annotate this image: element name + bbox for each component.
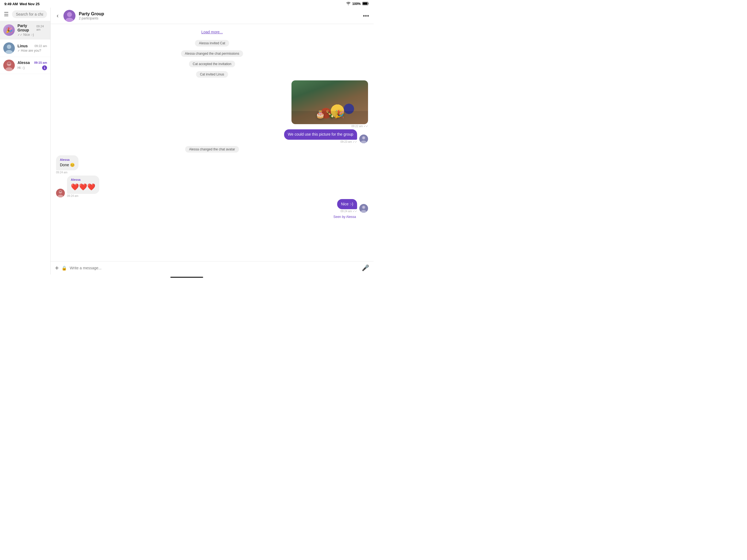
- chat-header: ‹ Party Group 2 participants •••: [51, 8, 374, 24]
- chat-info-linus: Linus 09:22 am ✓ How are you?: [18, 44, 47, 52]
- nice-bubble[interactable]: Nice :-): [337, 199, 357, 209]
- nice-time: 09:24 am ✓✓: [337, 210, 357, 213]
- chat-item-linus[interactable]: Linus 09:22 am ✓ How are you?: [0, 40, 50, 57]
- home-indicator: [0, 275, 374, 280]
- app-container: ☰ 🎉 Party Group 09:24 am ✓✓ Nice :-: [0, 8, 374, 275]
- status-bar: 9:49 AM Wed Nov 25 100%: [0, 0, 374, 8]
- chat-item-alessa[interactable]: Alessa 09:15 am Hi :-) 1: [0, 57, 50, 74]
- chat-name-party: Party Group: [18, 24, 36, 32]
- wifi-icon: [346, 2, 351, 6]
- chat-item-party-group[interactable]: 🎉 Party Group 09:24 am ✓✓ Nice :-): [0, 21, 50, 40]
- system-msg-3: Cat accepted the invitation: [56, 59, 368, 68]
- avatar-linus: [3, 42, 15, 54]
- home-bar: [170, 277, 203, 278]
- system-msg-4: Cat invited Linus: [56, 70, 368, 79]
- avatar-alessa-msg: [56, 189, 65, 198]
- sidebar: ☰ 🎉 Party Group 09:24 am ✓✓ Nice :-: [0, 8, 51, 275]
- text-bubble-1[interactable]: We could use this picture for the group: [284, 129, 357, 140]
- image-checkmarks: ✓✓: [364, 125, 368, 128]
- lock-icon: 🔒: [61, 265, 67, 271]
- svg-point-21: [363, 206, 364, 208]
- svg-point-3: [7, 45, 11, 49]
- header-info: Party Group 2 participants: [79, 11, 360, 20]
- message-input[interactable]: [70, 266, 359, 270]
- chat-preview-linus: ✓ How are you?: [18, 49, 41, 52]
- more-options-button[interactable]: •••: [363, 12, 369, 19]
- battery-percentage: 100%: [352, 2, 361, 6]
- checkmark-linus-icon: ✓: [18, 49, 20, 52]
- battery-icon: [362, 2, 369, 6]
- hearts-time: 09:24 am: [67, 195, 99, 198]
- search-wrapper[interactable]: [12, 10, 47, 18]
- chat-time-party: 09:24 am: [36, 25, 47, 31]
- time-display: 9:49 AM: [4, 2, 18, 6]
- text-time-1: 09:23 am ✓✓: [284, 140, 357, 143]
- image-time: 09:22 am ✓✓: [291, 125, 368, 128]
- system-bubble-2: Alessa changed the chat permissions: [181, 50, 243, 57]
- hearts-bubble-wrapper: Alessa ❤️❤️❤️ 09:24 am: [67, 176, 99, 198]
- messages-area[interactable]: Load more... Alessa invited Cat Alessa c…: [51, 24, 374, 261]
- system-msg-1: Alessa invited Cat: [56, 39, 368, 48]
- date-display: Wed Nov 25: [19, 2, 40, 6]
- chat-panel: ‹ Party Group 2 participants ••• Load mo…: [51, 8, 374, 275]
- system-bubble-avatar: Alessa changed the chat avatar: [185, 146, 239, 153]
- seen-label: Seen by Alessa: [56, 215, 368, 219]
- add-attachment-button[interactable]: +: [55, 264, 59, 272]
- avatar-me-1: [359, 134, 368, 143]
- sidebar-header: ☰: [0, 8, 50, 21]
- done-bubble-wrapper: Alessa Done 😊 09:24 am: [56, 155, 78, 174]
- chat-name-alessa: Alessa: [18, 60, 30, 65]
- message-nice-row: Nice :-) 09:24 am ✓✓: [56, 199, 368, 213]
- avatar-alessa: [3, 59, 15, 71]
- chat-list: 🎉 Party Group 09:24 am ✓✓ Nice :-): [0, 21, 50, 275]
- unread-badge-alessa: 1: [42, 65, 47, 70]
- svg-point-9: [67, 12, 72, 17]
- system-bubble-1: Alessa invited Cat: [195, 40, 229, 47]
- back-button[interactable]: ‹: [55, 12, 60, 20]
- system-msg-2: Alessa changed the chat permissions: [56, 49, 368, 58]
- message-input-area: + 🔒 🎤: [51, 261, 374, 275]
- message-text-row-1: We could use this picture for the group …: [56, 129, 368, 143]
- hamburger-button[interactable]: ☰: [3, 10, 9, 18]
- chat-info-alessa: Alessa 09:15 am Hi :-) 1: [18, 60, 47, 70]
- checkmark-icon: ✓✓: [18, 33, 22, 36]
- system-bubble-4: Cat invited Linus: [196, 71, 228, 78]
- load-more-section: Load more...: [56, 28, 368, 37]
- done-bubble[interactable]: Alessa Done 😊: [56, 155, 78, 170]
- chat-preview-party: ✓✓ Nice :-): [18, 33, 34, 36]
- participants-count: 2 participants: [79, 17, 360, 20]
- message-image-row: 09:22 am ✓✓: [56, 80, 368, 128]
- message-hearts-row: Alessa ❤️❤️❤️ 09:24 am: [56, 176, 368, 198]
- done-time: 09:24 am: [56, 171, 78, 174]
- avatar-me-2: [359, 204, 368, 213]
- hearts-bubble[interactable]: Alessa ❤️❤️❤️: [67, 176, 99, 194]
- nice-checkmarks: ✓✓: [353, 210, 357, 213]
- svg-point-16: [59, 190, 62, 194]
- chat-time-linus: 09:22 am: [34, 44, 47, 48]
- message-done-row: Alessa Done 😊 09:24 am: [56, 155, 368, 174]
- load-more-link[interactable]: Load more...: [201, 30, 223, 34]
- mic-button[interactable]: 🎤: [362, 264, 369, 272]
- header-avatar: [63, 10, 75, 22]
- text-bubble-wrapper-1: We could use this picture for the group …: [284, 129, 357, 143]
- chat-info-party: Party Group 09:24 am ✓✓ Nice :-): [18, 24, 47, 36]
- svg-point-6: [7, 62, 11, 66]
- search-input[interactable]: [16, 12, 43, 17]
- chat-time-alessa: 09:15 am: [34, 61, 47, 64]
- avatar-party-group: 🎉: [3, 24, 15, 36]
- party-image[interactable]: [291, 80, 368, 124]
- system-bubble-3: Cat accepted the invitation: [189, 61, 235, 67]
- image-bubble-wrapper: 09:22 am ✓✓: [291, 80, 368, 128]
- svg-point-14: [363, 137, 364, 138]
- system-msg-avatar: Alessa changed the chat avatar: [56, 145, 368, 154]
- group-name: Party Group: [79, 11, 360, 17]
- chat-preview-alessa: Hi :-): [18, 66, 25, 70]
- svg-rect-1: [363, 2, 367, 5]
- sender-alessa-2: Alessa: [71, 178, 96, 182]
- text-checkmarks-1: ✓✓: [353, 140, 357, 143]
- nice-bubble-wrapper: Nice :-) 09:24 am ✓✓: [337, 199, 357, 213]
- sender-alessa-1: Alessa: [60, 158, 75, 162]
- chat-name-linus: Linus: [18, 44, 28, 48]
